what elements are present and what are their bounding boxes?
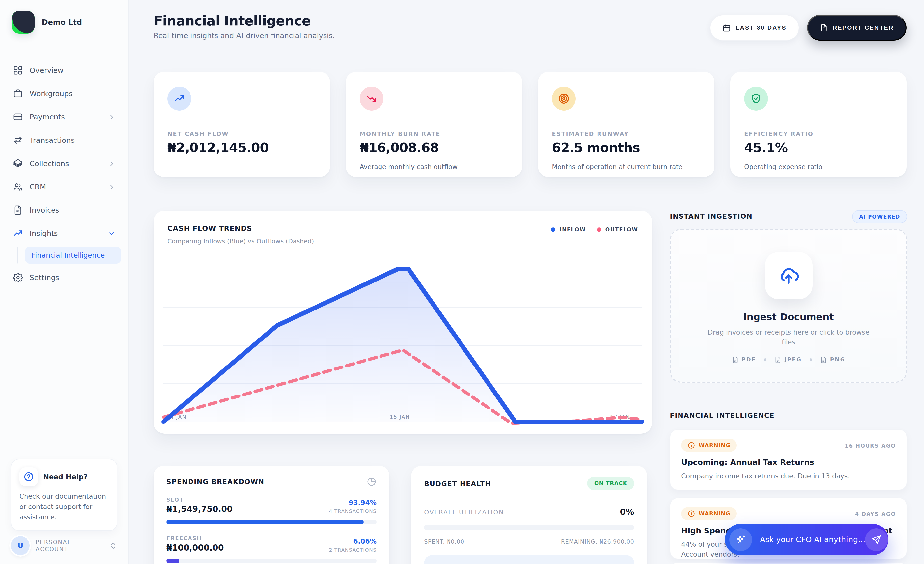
cash-flow-trends-card: CASH FLOW TRENDS Comparing Inflows (Blue… bbox=[154, 211, 652, 434]
cloud-upload-icon bbox=[778, 265, 800, 286]
credit-card-icon bbox=[13, 112, 23, 122]
kpi-subtitle: Operating expense ratio bbox=[744, 163, 822, 171]
spend-item-percent: 6.06% bbox=[329, 537, 376, 545]
inflow-legend-dot bbox=[551, 227, 556, 232]
kpi-label: MONTHLY BURN RATE bbox=[360, 130, 441, 137]
spend-item-amount: ₦100,000.00 bbox=[166, 543, 224, 553]
accepted-formats: PDF JPEG PNG bbox=[671, 356, 906, 363]
sidebar-subnav: Financial Intelligence bbox=[7, 247, 122, 264]
financial-intelligence-dashboard: Demo Ltd Overview Workgroups Payments Tr… bbox=[0, 0, 924, 564]
alert-card-tax-returns[interactable]: WARNING 16 HOURS AGO Upcoming: Annual Ta… bbox=[670, 429, 907, 490]
legend-label-inflow: INFLOW bbox=[560, 226, 586, 232]
file-icon bbox=[820, 356, 827, 363]
info-circle-icon bbox=[688, 510, 695, 518]
kpi-card-monthly-burn-rate: MONTHLY BURN RATE ₦16,008.68 Average mon… bbox=[346, 72, 522, 177]
spending-breakdown-card: SPENDING BREAKDOWN SLOT ₦1,549,750.00 93… bbox=[154, 466, 389, 564]
sparkles-icon bbox=[729, 528, 752, 551]
sidebar-item-label: Transactions bbox=[30, 136, 116, 144]
spend-item-transactions: 4 TRANSACTIONS bbox=[329, 508, 376, 514]
file-icon bbox=[732, 356, 738, 363]
transfer-arrows-icon bbox=[13, 135, 23, 145]
alert-timestamp: 16 HOURS AGO bbox=[845, 442, 896, 448]
sidebar-item-transactions[interactable]: Transactions bbox=[7, 130, 122, 150]
gear-icon bbox=[13, 273, 23, 282]
layers-icon bbox=[13, 159, 23, 168]
report-center-button[interactable]: REPORT CENTER bbox=[807, 15, 907, 40]
document-dropzone[interactable]: Ingest Document Drag invoices or receipt… bbox=[670, 229, 907, 382]
file-icon bbox=[774, 356, 782, 363]
account-label: PERSONAL ACCOUNT bbox=[36, 539, 104, 553]
budget-info-box-partial bbox=[424, 555, 634, 564]
spend-item-name: SLOT bbox=[166, 496, 232, 502]
trending-up-icon bbox=[13, 228, 23, 238]
spend-item-transactions: 2 TRANSACTIONS bbox=[329, 547, 376, 553]
format-pdf: PDF bbox=[741, 356, 756, 363]
kpi-label: EFFICIENCY RATIO bbox=[744, 130, 813, 137]
account-switcher[interactable]: U PERSONAL ACCOUNT bbox=[11, 536, 117, 555]
sidebar-item-workgroups[interactable]: Workgroups bbox=[7, 84, 122, 104]
trending-down-icon bbox=[360, 87, 384, 111]
report-center-label: REPORT CENTER bbox=[832, 24, 894, 31]
upload-card bbox=[765, 252, 812, 299]
chart-subtitle: Comparing Inflows (Blue) vs Outflows (Da… bbox=[168, 237, 314, 245]
question-circle-icon bbox=[20, 467, 38, 486]
spend-progress-track bbox=[166, 520, 376, 524]
send-button[interactable] bbox=[865, 528, 888, 551]
users-icon bbox=[13, 182, 23, 192]
help-body: Check our documentation or contact suppo… bbox=[20, 491, 109, 522]
cfo-ai-chat-bar[interactable]: Ask your CFO AI anything... bbox=[725, 524, 888, 555]
brand: Demo Ltd bbox=[0, 0, 128, 34]
outflow-legend-dot bbox=[597, 227, 601, 232]
spend-progress-track bbox=[166, 558, 376, 563]
company-logo bbox=[12, 11, 34, 34]
sidebar-item-label: Collections bbox=[30, 160, 101, 168]
sidebar-item-settings[interactable]: Settings bbox=[7, 268, 122, 288]
shield-check-icon bbox=[744, 87, 768, 111]
sidebar-item-label: Invoices bbox=[30, 206, 116, 214]
sidebar-item-crm[interactable]: CRM bbox=[7, 177, 122, 197]
utilization-value: 0% bbox=[620, 507, 634, 517]
sidebar-item-label: Payments bbox=[30, 113, 101, 121]
sidebar-item-insights[interactable]: Insights bbox=[7, 224, 122, 243]
need-help-card: Need Help? Check our documentation or co… bbox=[11, 459, 117, 531]
cash-flow-chart: 14 JAN 15 JAN 17 JAN bbox=[154, 264, 652, 428]
kpi-value: 45.1% bbox=[744, 140, 788, 155]
kpi-value: ₦16,008.68 bbox=[360, 140, 439, 155]
kpi-value: ₦2,012,145.00 bbox=[168, 140, 268, 155]
chevron-right-icon bbox=[108, 160, 116, 167]
target-icon bbox=[552, 87, 576, 111]
sidebar: Demo Ltd Overview Workgroups Payments Tr… bbox=[0, 0, 129, 564]
format-png: PNG bbox=[830, 356, 846, 363]
spend-progress-fill bbox=[166, 558, 179, 563]
format-jpeg: JPEG bbox=[784, 356, 802, 363]
ai-powered-badge: AI POWERED bbox=[852, 210, 907, 223]
utilization-label: OVERALL UTILIZATION bbox=[424, 508, 504, 516]
chevrons-up-down-icon bbox=[110, 542, 117, 550]
sidebar-item-label: Insights bbox=[30, 230, 101, 237]
file-text-icon bbox=[13, 205, 23, 215]
subnav-guide bbox=[17, 247, 18, 264]
kpi-subtitle: Months of operation at current burn rate bbox=[552, 163, 682, 171]
kpi-subtitle: Average monthly cash outflow bbox=[360, 163, 458, 171]
sidebar-item-invoices[interactable]: Invoices bbox=[7, 200, 122, 220]
legend-label-outflow: OUTFLOW bbox=[605, 226, 638, 232]
sidebar-item-collections[interactable]: Collections bbox=[7, 154, 122, 174]
budget-health-card: BUDGET HEALTH ON TRACK OVERALL UTILIZATI… bbox=[411, 466, 647, 564]
spend-progress-fill bbox=[166, 520, 364, 524]
sidebar-item-payments[interactable]: Payments bbox=[7, 107, 122, 127]
on-track-badge: ON TRACK bbox=[587, 477, 634, 490]
sidebar-item-label: Workgroups bbox=[30, 90, 116, 98]
spending-title: SPENDING BREAKDOWN bbox=[166, 478, 264, 486]
spend-item-percent: 93.94% bbox=[329, 499, 376, 507]
ingest-description: Drag invoices or receipts here or click … bbox=[707, 327, 870, 347]
sidebar-item-overview[interactable]: Overview bbox=[7, 60, 122, 80]
alert-description: Company income tax returns due. Due in 1… bbox=[681, 471, 896, 481]
budget-progress-track bbox=[424, 525, 634, 530]
date-range-button[interactable]: LAST 30 DAYS bbox=[710, 15, 799, 40]
sidebar-item-financial-intelligence[interactable]: Financial Intelligence bbox=[25, 247, 122, 264]
sidebar-nav: Overview Workgroups Payments Transaction… bbox=[7, 60, 122, 291]
info-circle-icon bbox=[688, 442, 695, 449]
alert-timestamp: 4 DAYS AGO bbox=[855, 511, 896, 517]
chevron-right-icon bbox=[108, 183, 116, 190]
chat-input[interactable]: Ask your CFO AI anything... bbox=[752, 535, 865, 544]
